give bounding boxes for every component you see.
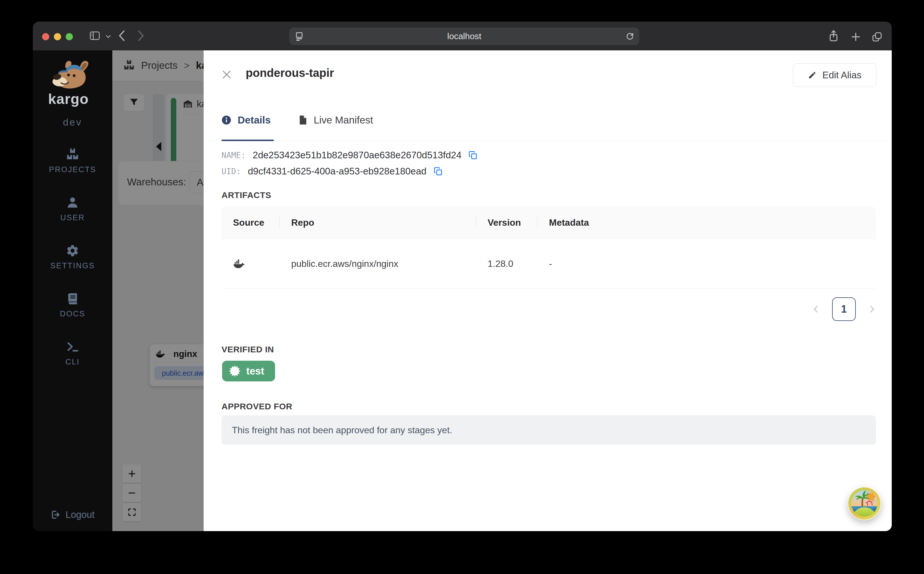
pencil-icon: [808, 71, 817, 79]
sidebar-item-label: USER: [60, 213, 85, 222]
edit-alias-label: Edit Alias: [822, 70, 861, 80]
file-icon: [299, 115, 307, 125]
stage-name: test: [246, 365, 264, 377]
environment-label: dev: [63, 117, 82, 128]
column-header-version: Version: [476, 217, 537, 228]
url-text: localhost: [447, 32, 481, 41]
user-icon: [66, 196, 79, 209]
sidebar-item-label: PROJECTS: [49, 165, 96, 174]
new-tab-icon[interactable]: [850, 32, 861, 42]
main-area: Projects > ka: [112, 50, 892, 531]
starburst-icon: [229, 365, 240, 377]
sidebar-item-label: CLI: [65, 358, 80, 366]
browser-titlebar: localhost: [33, 22, 892, 50]
book-icon: [66, 292, 79, 306]
reader-view-icon[interactable]: [295, 32, 303, 41]
gear-icon: [66, 244, 79, 257]
kargo-wordmark: kargo: [48, 92, 97, 106]
share-icon[interactable]: [828, 30, 839, 42]
sidebar-item-projects[interactable]: PROJECTS: [49, 148, 96, 174]
sidebar: kargo dev PROJECTS: [33, 50, 112, 531]
info-icon: [221, 115, 231, 125]
uid-field-label: UID:: [221, 167, 241, 176]
artifact-source-cell: [221, 259, 280, 269]
tab-details[interactable]: Details: [221, 114, 271, 126]
artifacts-heading: ARTIFACTS: [221, 190, 271, 200]
zoom-window-button[interactable]: [66, 33, 73, 40]
active-tab-underline: [221, 140, 274, 141]
current-page-button[interactable]: 1: [832, 297, 856, 321]
copy-icon[interactable]: [468, 151, 477, 160]
logout-label: Logout: [66, 509, 95, 520]
boxes-icon: [66, 148, 79, 161]
app-root: kargo dev PROJECTS: [33, 50, 892, 531]
tab-details-label: Details: [238, 114, 271, 126]
pagination: 1: [221, 297, 876, 321]
approved-for-heading: APPROVED FOR: [221, 402, 292, 412]
name-field-row: NAME: 2de253423e51b1b82e9870ae638e2670d5…: [221, 150, 477, 161]
column-header-metadata: Metadata: [537, 217, 876, 228]
column-header-source: Source: [221, 217, 280, 228]
tab-live-manifest-label: Live Manifest: [314, 114, 373, 126]
terminal-icon: [66, 340, 79, 353]
approved-for-empty-state: This freight has not been approved for a…: [221, 415, 876, 445]
column-header-repo: Repo: [280, 217, 476, 228]
sidebar-toggle-icon[interactable]: [89, 31, 100, 41]
browser-window: localhost: [33, 22, 892, 531]
previous-page-button[interactable]: [812, 306, 820, 313]
tab-overview-icon[interactable]: [872, 32, 883, 42]
sidebar-item-cli[interactable]: CLI: [65, 340, 80, 366]
artifact-repo-cell: public.ecr.aws/nginx/nginx: [280, 259, 476, 269]
back-button[interactable]: [118, 30, 126, 42]
next-page-button[interactable]: [869, 306, 876, 313]
minimize-window-button[interactable]: [54, 33, 61, 40]
address-bar[interactable]: localhost: [289, 28, 639, 45]
kargo-logo: kargo: [48, 59, 97, 106]
tabs-divider: [204, 141, 892, 141]
stage-badge-test[interactable]: test: [222, 361, 275, 382]
docker-icon: [233, 259, 280, 269]
tab-live-manifest[interactable]: Live Manifest: [299, 114, 373, 126]
approved-for-message: This freight has not been approved for a…: [232, 425, 452, 435]
uid-field-row: UID: d9cf4331-d625-400a-a953-eb928e180ea…: [221, 166, 443, 177]
close-icon[interactable]: [221, 69, 232, 80]
artifacts-table: Source Repo Version Metadata: [221, 207, 876, 289]
close-window-button[interactable]: [42, 33, 49, 40]
freight-alias-title: ponderous-tapir: [246, 66, 334, 79]
edit-alias-button[interactable]: Edit Alias: [793, 63, 877, 87]
logout-icon: [51, 509, 61, 520]
chevron-down-icon[interactable]: [106, 35, 111, 38]
screen: localhost: [0, 0, 924, 574]
copy-icon[interactable]: [433, 167, 443, 176]
name-field-label: NAME:: [221, 151, 246, 160]
uid-field-value: d9cf4331-d625-400a-a953-eb928e180ead: [248, 166, 426, 177]
refresh-icon[interactable]: [625, 32, 634, 41]
forward-button[interactable]: [137, 30, 145, 42]
island-sticker[interactable]: [848, 487, 881, 520]
freight-details-drawer: ponderous-tapir Edit Alias: [204, 50, 892, 531]
name-field-value: 2de253423e51b1b82e9870ae638e2670d513fd24: [253, 150, 461, 161]
table-row[interactable]: public.ecr.aws/nginx/nginx 1.28.0 -: [221, 239, 876, 289]
logout-button[interactable]: Logout: [51, 509, 95, 520]
sidebar-item-user[interactable]: USER: [60, 196, 85, 222]
sidebar-item-label: SETTINGS: [50, 262, 95, 270]
sidebar-item-settings[interactable]: SETTINGS: [50, 244, 95, 270]
sidebar-nav: PROJECTS USER: [49, 148, 96, 366]
artifact-version-cell: 1.28.0: [476, 259, 537, 269]
artifacts-table-header: Source Repo Version Metadata: [221, 207, 876, 239]
sidebar-item-docs[interactable]: DOCS: [60, 292, 85, 319]
sidebar-item-label: DOCS: [60, 309, 85, 319]
verified-in-heading: VERIFIED IN: [221, 345, 274, 354]
artifact-metadata-cell: -: [537, 259, 876, 269]
